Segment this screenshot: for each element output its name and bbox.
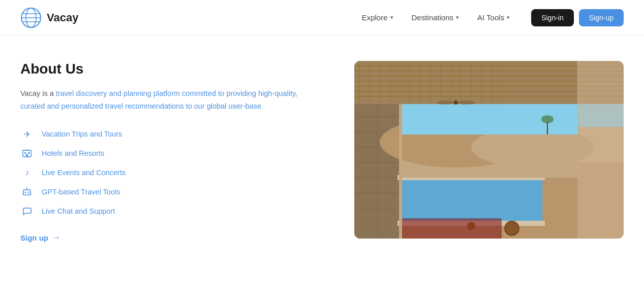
feature-hotels-resorts[interactable]: Hotels and Resorts <box>20 147 324 160</box>
feature-vacation-trips[interactable]: ✈ Vacation Trips and Tours <box>20 127 324 141</box>
features-list: ✈ Vacation Trips and Tours Hotels and Re… <box>20 127 324 218</box>
signup-link[interactable]: Sign up → <box>20 233 324 242</box>
svg-point-71 <box>457 100 475 105</box>
globe-icon <box>20 7 42 28</box>
svg-point-70 <box>437 100 455 105</box>
svg-rect-53 <box>400 178 542 223</box>
main-nav: Explore ▾ Destinations ▾ AI Tools ▾ Sign… <box>355 9 624 26</box>
about-title: About Us <box>20 61 324 77</box>
svg-point-74 <box>506 222 518 234</box>
svg-rect-8 <box>26 154 28 157</box>
chat-icon <box>20 205 34 218</box>
svg-point-68 <box>541 115 554 123</box>
nav-ai-tools[interactable]: AI Tools ▾ <box>470 9 517 26</box>
airplane-icon: ✈ <box>20 127 34 141</box>
nav-explore[interactable]: Explore ▾ <box>355 9 401 26</box>
svg-point-14 <box>26 188 27 189</box>
signup-button[interactable]: Sign-up <box>579 9 624 26</box>
logo-text: Vacay <box>47 11 78 24</box>
signin-button[interactable]: Sign-in <box>531 9 574 26</box>
about-description: Vacay is a travel discovery and planning… <box>20 87 324 112</box>
robot-icon <box>20 185 34 198</box>
feature-live-events[interactable]: ♪ Live Events and Concerts <box>20 166 324 179</box>
hero-image <box>354 61 624 239</box>
feature-live-chat[interactable]: Live Chat and Support <box>20 205 324 218</box>
chevron-down-icon: ▾ <box>390 14 393 21</box>
hero-image-panel <box>354 61 624 239</box>
nav-destinations[interactable]: Destinations ▾ <box>405 9 467 26</box>
feature-gpt-tools[interactable]: GPT-based Travel Tools <box>20 185 324 198</box>
svg-rect-75 <box>399 104 402 239</box>
svg-point-12 <box>28 192 29 193</box>
logo-area[interactable]: Vacay <box>20 7 78 28</box>
auth-buttons: Sign-in Sign-up <box>531 9 624 26</box>
music-icon: ♪ <box>20 166 34 179</box>
svg-rect-72 <box>400 218 502 239</box>
svg-rect-10 <box>23 190 30 195</box>
chevron-down-icon: ▾ <box>507 14 510 21</box>
about-panel: About Us Vacay is a travel discovery and… <box>20 61 324 242</box>
svg-rect-6 <box>24 152 26 154</box>
svg-point-11 <box>25 192 26 193</box>
desert-villa-svg <box>354 61 624 239</box>
chevron-down-icon: ▾ <box>456 14 459 21</box>
arrow-right-icon: → <box>52 233 60 242</box>
hotel-icon <box>20 147 34 160</box>
svg-rect-7 <box>28 152 29 154</box>
